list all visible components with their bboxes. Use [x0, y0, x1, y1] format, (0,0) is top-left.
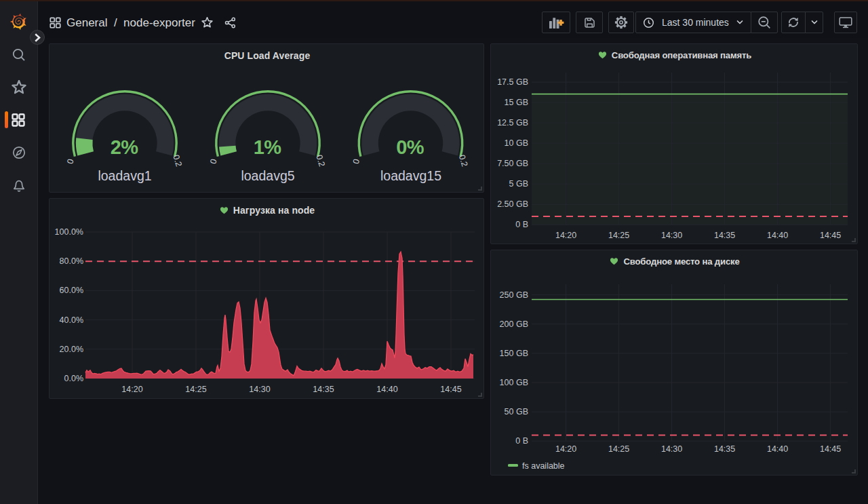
svg-text:17.5 GB: 17.5 GB [497, 77, 528, 87]
svg-text:2.50 GB: 2.50 GB [497, 199, 528, 209]
svg-text:14:35: 14:35 [714, 444, 735, 454]
svg-text:20.0%: 20.0% [60, 345, 83, 354]
svg-text:14:45: 14:45 [820, 444, 841, 454]
svg-text:15 GB: 15 GB [505, 98, 528, 107]
svg-text:0.2: 0.2 [171, 154, 183, 168]
svg-text:0.2: 0.2 [314, 154, 326, 168]
svg-text:250 GB: 250 GB [500, 290, 528, 300]
svg-text:10 GB: 10 GB [505, 138, 528, 148]
svg-text:50 GB: 50 GB [505, 407, 528, 416]
svg-text:0 B: 0 B [515, 220, 528, 229]
svg-text:14:40: 14:40 [767, 231, 788, 240]
svg-text:0: 0 [351, 157, 361, 165]
svg-text:100.0%: 100.0% [55, 227, 83, 237]
svg-text:5 GB: 5 GB [509, 179, 529, 189]
svg-text:fs available: fs available [522, 461, 565, 471]
svg-text:14:30: 14:30 [249, 385, 270, 394]
svg-text:80.0%: 80.0% [60, 256, 83, 266]
svg-text:14:20: 14:20 [555, 444, 576, 454]
svg-text:14:25: 14:25 [185, 385, 206, 394]
svg-text:14:35: 14:35 [313, 385, 334, 394]
svg-text:14:25: 14:25 [608, 444, 629, 454]
svg-text:1%: 1% [254, 136, 281, 158]
svg-text:14:45: 14:45 [820, 231, 841, 240]
svg-text:14:30: 14:30 [661, 231, 682, 240]
svg-text:0 B: 0 B [515, 436, 528, 446]
svg-text:40.0%: 40.0% [60, 315, 83, 325]
svg-text:2%: 2% [111, 136, 138, 158]
svg-text:14:30: 14:30 [661, 444, 682, 454]
svg-text:200 GB: 200 GB [500, 319, 528, 329]
svg-text:7.50 GB: 7.50 GB [497, 159, 528, 168]
svg-text:100 GB: 100 GB [500, 378, 528, 387]
svg-text:14:40: 14:40 [376, 385, 397, 394]
svg-text:14:35: 14:35 [714, 231, 735, 240]
svg-text:0: 0 [65, 157, 75, 165]
svg-text:0.2: 0.2 [457, 154, 469, 168]
svg-text:14:25: 14:25 [608, 231, 629, 240]
svg-text:60.0%: 60.0% [60, 286, 83, 295]
svg-text:14:20: 14:20 [555, 231, 576, 240]
svg-text:14:40: 14:40 [767, 444, 788, 454]
svg-text:14:20: 14:20 [121, 385, 142, 394]
svg-text:14:45: 14:45 [440, 385, 461, 394]
svg-text:0: 0 [208, 157, 218, 165]
svg-text:150 GB: 150 GB [500, 349, 528, 358]
svg-text:0%: 0% [396, 136, 424, 158]
svg-text:12.5 GB: 12.5 GB [497, 118, 528, 128]
svg-text:0.0%: 0.0% [64, 374, 84, 383]
